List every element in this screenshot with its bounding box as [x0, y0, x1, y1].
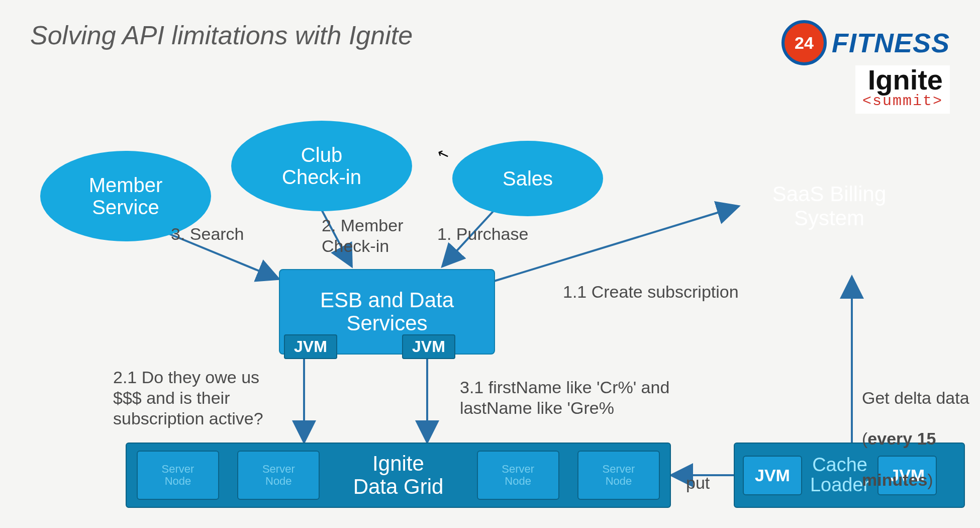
node-saas-cloud-label: SaaS Billing System: [772, 182, 886, 230]
logo-ignite-summit: Ignite <summit>: [855, 65, 950, 114]
data-grid-label: Ignite Data Grid: [338, 452, 459, 498]
node-sales: Sales: [452, 141, 603, 216]
logo-24hour-fitness: 24 FITNESS: [781, 20, 950, 65]
fitness-text: FITNESS: [832, 27, 950, 58]
server-node-label: Server Node: [603, 463, 635, 487]
label-member-checkin: 2. Member Check-in: [322, 215, 404, 256]
cache-loader-label: Cache Loader: [810, 455, 869, 495]
label-put: put: [686, 473, 710, 493]
esb-jvm-right: JVM: [402, 334, 455, 359]
ignite-text: Ignite: [862, 67, 943, 93]
cache-loader-jvm-left: JVM: [743, 456, 802, 495]
node-saas-cloud: SaaS Billing System: [704, 141, 955, 272]
server-node: Server Node: [137, 451, 219, 500]
node-member-service-label: Member Service: [89, 174, 163, 218]
node-sales-label: Sales: [503, 167, 553, 190]
label-like-query: 3.1 firstName like 'Cr%' and lastName li…: [460, 377, 669, 418]
server-node: Server Node: [237, 451, 320, 500]
label-delta: Get delta data (every 15 minutes): [862, 367, 969, 490]
label-purchase: 1. Purchase: [437, 224, 528, 244]
slide-title: Solving API limitations with Ignite: [30, 20, 413, 50]
svg-line-3: [493, 206, 739, 282]
fitness-badge-icon: 24: [781, 20, 827, 65]
label-owe: 2.1 Do they owe us $$$ and is their subs…: [113, 367, 263, 428]
node-data-grid: Server Node Server Node Ignite Data Grid…: [126, 443, 671, 508]
label-delta-line1: Get delta data: [862, 388, 969, 407]
cursor-icon: ↖: [435, 144, 451, 164]
label-delta-line3: minutes: [862, 470, 927, 489]
label-create-subscription: 1.1 Create subscription: [563, 282, 739, 302]
server-node: Server Node: [477, 451, 559, 500]
server-node: Server Node: [577, 451, 660, 500]
label-search: 3. Search: [171, 224, 244, 244]
server-node-label: Server Node: [162, 463, 194, 487]
label-delta-paren: ): [927, 470, 933, 489]
node-club-checkin: Club Check-in: [231, 121, 412, 211]
node-club-checkin-label: Club Check-in: [282, 144, 361, 188]
diagram-canvas: Solving API limitations with Ignite 24 F…: [0, 0, 980, 528]
server-node-label: Server Node: [262, 463, 295, 487]
ignite-summit-text: <summit>: [862, 93, 943, 110]
node-esb-label: ESB and Data Services: [320, 289, 454, 335]
label-delta-line2: (every 15: [862, 429, 936, 448]
server-node-label: Server Node: [502, 463, 534, 487]
esb-jvm-left: JVM: [284, 334, 337, 359]
